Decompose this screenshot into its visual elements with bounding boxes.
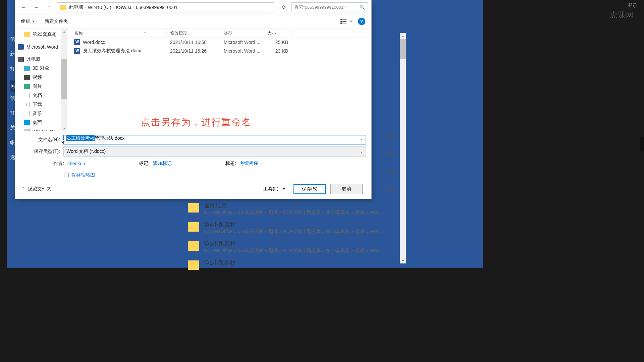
file-type: Microsoft Word ... [220,48,264,54]
up-button[interactable]: ↑ [44,2,54,12]
save-thumbnail-label[interactable]: 保存缩略图 [71,172,95,178]
login-link[interactable]: 登录 [628,3,637,9]
author-label: 作者: [53,161,64,167]
crumb-2[interactable]: KSWJJ [116,5,131,10]
hide-folders-toggle[interactable]: ⌃隐藏文件夹 [22,186,51,192]
tree-item-7[interactable]: 下载 [15,100,67,109]
title-meta-label: 标题: [225,161,236,167]
filetype-select[interactable]: Word 文档 (*.docx) ⌄ [63,146,366,157]
tree-item-1[interactable]: Microsoft Word [15,42,67,51]
tag-label: 标记: [139,161,150,167]
tree-label: 桌面 [33,120,42,126]
recent-item[interactable]: 第2小题素材 [188,256,399,273]
new-folder-button[interactable]: 新建文件夹 [45,18,68,24]
file-size: 25 KB [264,40,293,45]
recent-path: G: » MsOffice » 05-真题讲解 » 题库 » PDF版操作题题库… [204,229,399,235]
tree-label: Microsoft Word [26,44,58,50]
outer-scroll-up-icon[interactable]: ▴ [400,33,406,39]
folder-icon [188,203,199,213]
crumb-0[interactable]: 此电脑 [69,4,83,10]
word-file-icon [74,48,80,54]
metadata-row: 作者:chenkun 标记:添加标记 标题:考绩程序 [20,159,366,169]
search-placeholder: 搜索"6563999999910001" [294,4,345,10]
folder-tree: 第23套真题Microsoft Word此电脑3D 对象视频图片文档下载音乐桌面… [15,28,67,131]
tree-item-10[interactable]: WIN10 (C:) [15,127,67,131]
view-mode-button[interactable]: ▼ [340,19,353,24]
crumb-1[interactable]: WIN10 (C:) [88,5,111,10]
outer-scroll-down-icon[interactable]: ▾ [400,257,406,263]
svg-rect-5 [342,23,346,23]
dialog-toolbar: 组织▼ 新建文件夹 ▼ ? [15,14,371,28]
filename-dropdown-icon[interactable]: ⌄ [360,137,363,140]
tree-icon [24,84,30,89]
recent-item[interactable]: 第3小题素材 G: » MsOffice » 05-真题讲解 » 题库 » PD… [188,237,399,256]
title-meta-value[interactable]: 考绩程序 [239,161,258,167]
tree-item-6[interactable]: 文档 [15,91,67,100]
file-date: 2021/10/11 16:58 [167,40,220,45]
tree-scroll-thumb[interactable] [61,59,67,99]
svg-rect-3 [342,21,346,22]
address-bar[interactable]: 此电脑› WIN10 (C:)› KSWJJ› 6563999999910001… [57,2,274,12]
outer-scroll-thumb[interactable] [400,39,406,59]
tag-value[interactable]: 添加标记 [153,161,172,167]
col-date[interactable]: 修改日期 [167,30,220,36]
tools-button[interactable]: 工具(L)▼ [260,185,289,193]
tree-scrollbar[interactable]: ▴ ▾ [61,28,67,131]
col-type[interactable]: 类型 [220,30,264,36]
organize-button[interactable]: 组织▼ [21,18,35,24]
tree-item-2[interactable]: 此电脑 [15,55,67,64]
author-value[interactable]: chenkun [67,161,85,166]
bg-partial-item: Wor... [372,168,398,174]
crumb-3[interactable]: 6563999999910001 [136,5,178,10]
tree-item-4[interactable]: 视频 [15,73,67,82]
recent-path: G: » MsOffice » 05-真题讲解 » 题库 » PDF版操作题题库… [204,248,399,254]
tree-label: 第23套真题 [33,32,57,38]
address-dropdown-icon[interactable]: ⌄ [264,5,271,9]
cancel-button[interactable]: 取消 [330,184,363,194]
search-input[interactable]: 搜索"6563999999910001" 🔍 [291,2,368,12]
help-icon[interactable]: ? [358,18,365,25]
file-row[interactable]: Word.docx 2021/10/11 16:58 Microsoft Wor… [67,38,371,47]
tree-label: 视频 [33,74,42,80]
save-button[interactable]: 保存(S) [293,184,326,194]
bg-partial-item: Wor... [372,186,398,192]
search-icon[interactable]: 🔍 [360,5,365,10]
tree-item-9[interactable]: 桌面 [15,118,67,127]
dialog-bottom-panel: 文件名(N): 员工绩效考核管理办法.docx ⌄ 保存类型(T): Word … [15,131,371,199]
forward-button: → [31,2,41,12]
filename-input[interactable]: 员工绩效考核管理办法.docx ⌄ [63,135,366,144]
folder-icon [188,222,199,232]
col-name[interactable]: 名称⌃ [67,30,167,36]
right-edge-handle[interactable] [640,137,644,152]
outer-scrollbar[interactable]: ▴ ▾ [400,33,406,263]
filetype-dropdown-icon[interactable]: ⌄ [360,150,363,154]
bg-partial-item: Wor... [372,133,398,138]
tree-icon [24,32,30,37]
tree-item-3[interactable]: 3D 对象 [15,64,67,73]
filename-rest: 管理办法.docx [95,135,124,141]
bg-recent-list: 最终结果 G: » MsOffice » 05-真题讲解 » 题库 » PDF版… [188,199,399,273]
save-thumbnail-checkbox[interactable] [64,173,69,177]
tree-scroll-down-icon[interactable]: ▾ [61,125,67,131]
svg-rect-4 [340,22,342,24]
svg-rect-1 [342,19,346,20]
file-row[interactable]: 员工绩效考核管理办法.docx 2021/10/11 16:26 Microso… [67,47,371,55]
tree-item-5[interactable]: 图片 [15,82,67,91]
refresh-button[interactable]: ⟳ [279,2,289,12]
filename-label: 文件名(N): [20,137,60,143]
tree-scroll-up-icon[interactable]: ▴ [61,28,67,34]
file-type: Microsoft Word ... [220,40,264,45]
back-button[interactable]: ← [18,2,29,12]
tree-item-8[interactable]: 音乐 [15,109,67,118]
bg-partial-item: Wor... [372,150,398,156]
recent-item[interactable]: 第4小题素材 G: » MsOffice » 05-真题讲解 » 题库 » PD… [188,218,399,237]
tree-label: 文档 [33,93,42,99]
col-size[interactable]: 大小 [264,30,293,36]
recent-item[interactable]: 最终结果 G: » MsOffice » 05-真题讲解 » 题库 » PDF版… [188,199,399,218]
tree-item-0[interactable]: 第23套真题 [15,30,67,39]
tree-label: 3D 对象 [33,65,49,71]
tree-label: 图片 [33,83,42,89]
filetype-label: 保存类型(T): [20,148,60,155]
tree-icon [24,102,30,107]
tree-icon [24,93,30,98]
